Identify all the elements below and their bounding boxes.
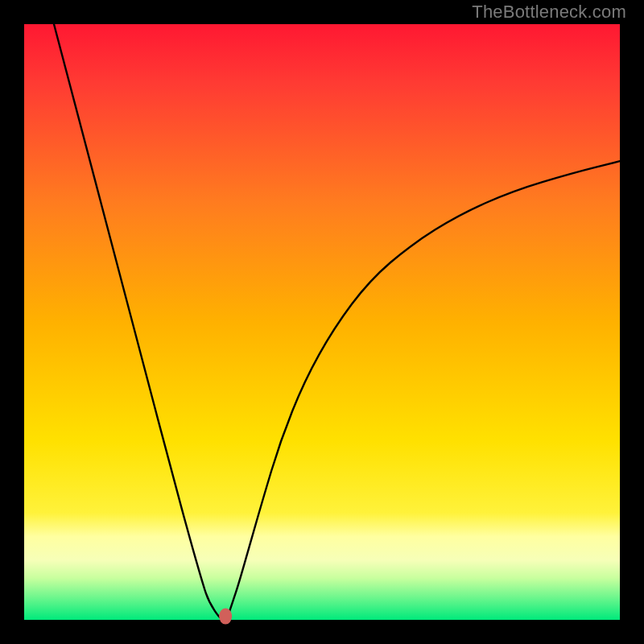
minimum-marker [219,609,232,625]
plot-background [24,24,620,620]
watermark-text: TheBottleneck.com [472,2,626,23]
chart-frame: TheBottleneck.com [0,0,644,644]
chart-canvas [0,0,644,644]
